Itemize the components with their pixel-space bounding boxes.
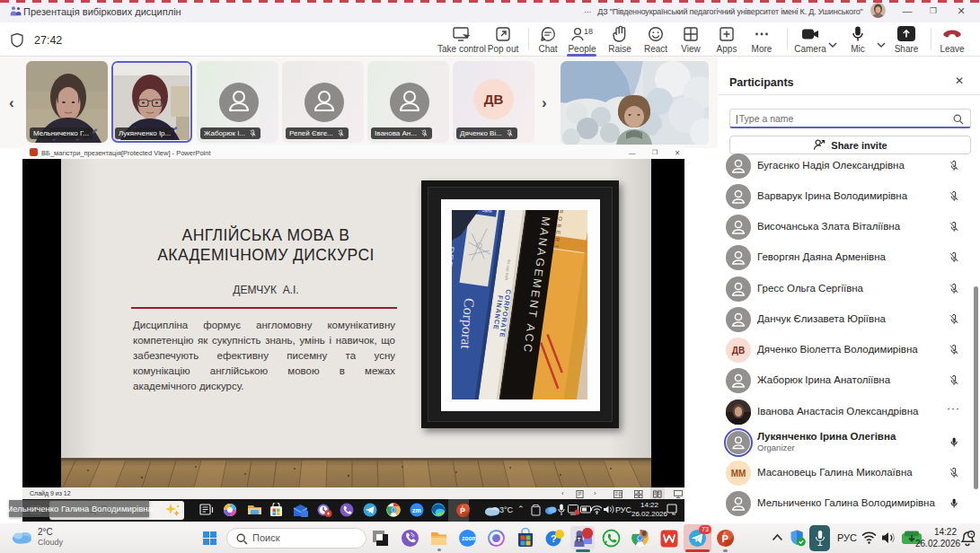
- svg-text:T: T: [578, 537, 581, 542]
- svg-text:zm: zm: [412, 507, 421, 514]
- svg-text:18: 18: [584, 27, 593, 36]
- svg-text:P: P: [460, 506, 465, 515]
- svg-text:P: P: [722, 533, 728, 544]
- svg-text:zoom: zoom: [462, 535, 477, 541]
